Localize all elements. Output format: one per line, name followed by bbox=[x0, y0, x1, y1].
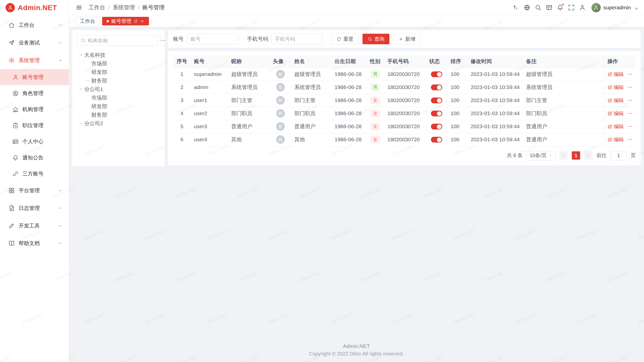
cell-birth-date: 1986-06-28 bbox=[331, 133, 367, 146]
tree-node[interactable]: 大名科技 bbox=[77, 51, 160, 59]
tab[interactable]: 账号管理 bbox=[102, 17, 149, 25]
page-size-select[interactable]: 10条/页 bbox=[527, 151, 555, 160]
gender-badge: 女 bbox=[371, 97, 380, 104]
status-toggle[interactable] bbox=[431, 71, 442, 77]
search-button[interactable]: 查询 bbox=[363, 34, 389, 44]
tree-node[interactable]: 分公司2 bbox=[77, 119, 160, 128]
breadcrumb-item[interactable]: 账号管理 bbox=[142, 4, 165, 11]
tab-refresh-button[interactable] bbox=[134, 19, 138, 23]
cell-sort: 100 bbox=[447, 94, 467, 107]
dots-icon bbox=[628, 137, 633, 142]
sidebar-item[interactable]: 系统管理 bbox=[0, 52, 69, 69]
tree-node[interactable]: 财务部 bbox=[77, 111, 160, 119]
edit-button[interactable]: 编辑 bbox=[608, 110, 624, 117]
tree-node-label: 市场部 bbox=[91, 94, 107, 101]
cell-nickname: 其他 bbox=[228, 133, 270, 146]
gender-badge: 男 bbox=[371, 83, 380, 91]
sidebar-subitem[interactable]: 角色管理 bbox=[0, 85, 69, 101]
logo[interactable]: Admin.NET bbox=[0, 0, 69, 15]
tree-node[interactable]: 研发部 bbox=[77, 68, 160, 76]
layout-button[interactable] bbox=[544, 2, 555, 13]
prev-page-button[interactable] bbox=[559, 151, 568, 160]
sidebar-item-label: 业务测试 bbox=[19, 39, 40, 46]
breadcrumb-item[interactable]: 系统管理 bbox=[113, 4, 135, 11]
status-toggle[interactable] bbox=[431, 98, 442, 103]
tree-node[interactable]: 研发部 bbox=[77, 102, 160, 111]
status-toggle[interactable] bbox=[431, 111, 442, 116]
more-actions-button[interactable] bbox=[628, 98, 633, 103]
hamburger-button[interactable] bbox=[75, 4, 83, 12]
person-button[interactable] bbox=[577, 2, 588, 13]
edit-button[interactable]: 编辑 bbox=[608, 71, 624, 78]
column-header: 序号 bbox=[173, 55, 191, 68]
cell-sort: 100 bbox=[447, 120, 467, 133]
org-search-input[interactable] bbox=[88, 38, 154, 43]
column-header: 备注 bbox=[523, 55, 604, 68]
cell-sort: 100 bbox=[447, 81, 467, 94]
edit-icon bbox=[608, 85, 612, 90]
bell-button[interactable] bbox=[555, 2, 566, 13]
sidebar-subitem[interactable]: 职位管理 bbox=[0, 117, 69, 133]
globe-icon bbox=[524, 4, 530, 11]
sidebar-item[interactable]: 工作台 bbox=[0, 16, 69, 34]
globe-button[interactable] bbox=[521, 2, 533, 13]
chevron-right-icon bbox=[586, 153, 590, 158]
edit-icon bbox=[608, 124, 612, 129]
hamburger-icon bbox=[76, 4, 82, 11]
sidebar-subitem[interactable]: 通知公告 bbox=[0, 150, 69, 166]
status-toggle[interactable] bbox=[431, 84, 442, 90]
sidebar-item[interactable]: 开发工具 bbox=[0, 217, 69, 235]
add-button[interactable]: 新增 bbox=[393, 34, 420, 44]
caret-right-icon bbox=[79, 121, 84, 126]
edit-button[interactable]: 编辑 bbox=[608, 97, 624, 104]
page-1-button[interactable]: 1 bbox=[572, 151, 580, 160]
tree-node[interactable]: 市场部 bbox=[77, 94, 160, 102]
breadcrumb-separator: / bbox=[108, 4, 110, 11]
tree-node[interactable]: 分公司1 bbox=[77, 85, 160, 94]
more-actions-button[interactable] bbox=[628, 124, 633, 129]
sidebar-subitem[interactable]: 三方账号 bbox=[0, 166, 69, 182]
account-input[interactable] bbox=[187, 34, 238, 44]
tab-close-button[interactable] bbox=[140, 19, 144, 23]
edit-button[interactable]: 编辑 bbox=[608, 136, 624, 143]
status-toggle[interactable] bbox=[431, 124, 442, 129]
more-actions-button[interactable] bbox=[628, 137, 633, 142]
tree-expand-button[interactable] bbox=[85, 78, 91, 83]
tree-node[interactable]: 市场部 bbox=[77, 59, 160, 68]
edit-button[interactable]: 编辑 bbox=[608, 123, 624, 130]
more-actions-button[interactable] bbox=[628, 111, 633, 116]
search-button[interactable] bbox=[533, 2, 544, 13]
sidebar-subitem[interactable]: 机构管理 bbox=[0, 101, 69, 117]
user-menu[interactable]: superadmin bbox=[591, 3, 637, 12]
more-actions-button[interactable] bbox=[628, 72, 633, 77]
tree-node-label: 研发部 bbox=[91, 103, 107, 110]
sidebar-item[interactable]: 平台管理 bbox=[0, 182, 69, 199]
tab[interactable]: 工作台 bbox=[75, 17, 100, 25]
tree-node-label: 大名科技 bbox=[84, 52, 105, 59]
tree-more-button[interactable] bbox=[160, 35, 165, 46]
font-size-button[interactable]: Tt bbox=[510, 2, 521, 13]
goto-page-input[interactable] bbox=[611, 151, 627, 160]
edit-button[interactable]: 编辑 bbox=[608, 84, 624, 91]
sidebar-item[interactable]: 日志管理 bbox=[0, 199, 69, 217]
more-actions-button[interactable] bbox=[628, 85, 633, 90]
sidebar-subitem[interactable]: 个人中心 bbox=[0, 133, 69, 150]
tree-collapse-button[interactable] bbox=[78, 53, 84, 58]
main-column: 工作台/系统管理/账号管理 Tt superadmin 工作台账号管理 bbox=[69, 0, 644, 362]
sidebar-item[interactable]: 业务测试 bbox=[0, 34, 69, 52]
user-icon bbox=[12, 74, 19, 80]
tree-expand-button[interactable] bbox=[78, 121, 84, 126]
tree-node[interactable]: 财务部 bbox=[77, 76, 160, 85]
sidebar-item[interactable]: 帮助文档 bbox=[0, 235, 69, 252]
tree-collapse-button[interactable] bbox=[78, 87, 84, 92]
phone-input[interactable] bbox=[271, 34, 323, 44]
reset-button[interactable]: 重置 bbox=[332, 34, 358, 44]
person-icon bbox=[579, 4, 586, 11]
docs-icon bbox=[8, 240, 15, 247]
breadcrumb-item[interactable]: 工作台 bbox=[89, 4, 105, 11]
dots-icon bbox=[628, 85, 633, 90]
status-toggle[interactable] bbox=[431, 137, 442, 143]
sidebar-subitem[interactable]: 账号管理 bbox=[0, 69, 69, 85]
fullscreen-button[interactable] bbox=[566, 2, 577, 13]
next-page-button[interactable] bbox=[584, 151, 592, 160]
